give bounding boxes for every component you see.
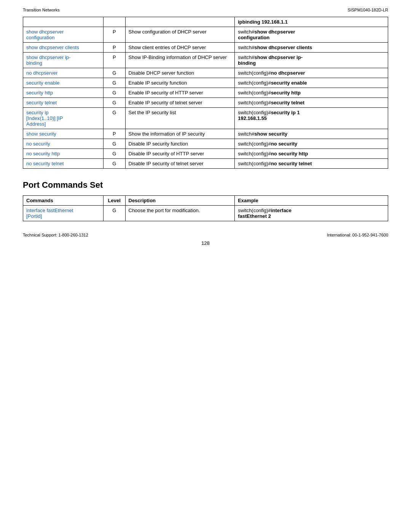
table-row: security telnet G Enable IP security of …: [23, 98, 388, 108]
col-header-level: Level: [103, 196, 125, 206]
cmd-link: no security telnet: [26, 161, 64, 166]
table-header-row: Commands Level Description Example: [23, 196, 388, 206]
table-row: security ip[Index(1..10)] [IPAddress] G …: [23, 108, 388, 129]
cmd-link: show dhcpserver ip-binding: [26, 54, 70, 66]
table-row: no security http G Disable IP security o…: [23, 149, 388, 159]
cmd-link: no security http: [26, 151, 60, 157]
cmd-link: security http: [26, 90, 53, 96]
col-header-example: Example: [235, 196, 388, 206]
header-right: SISPM1040-182D-LR: [348, 8, 388, 12]
example-bold: ipbinding 192.168.1.1: [238, 19, 288, 25]
cmd-link: security telnet: [26, 100, 57, 105]
table-row: show dhcpserver clients P Show client en…: [23, 43, 388, 53]
cmd-link: interface fastEthernet[Portid]: [26, 208, 73, 219]
table-row: ipbinding 192.168.1.1: [23, 17, 388, 27]
table-row: security enable G Enable IP security fun…: [23, 78, 388, 88]
col-header-desc: Description: [125, 196, 235, 206]
table-row: security http G Enable IP security of HT…: [23, 88, 388, 98]
page-footer: Technical Support: 1-800-260-1312 Intern…: [23, 233, 388, 237]
table-row: no security G Disable IP security functi…: [23, 139, 388, 149]
page-footer-area: Technical Support: 1-800-260-1312 Intern…: [23, 233, 388, 246]
table-row: show dhcpserver ip-binding P Show IP-Bin…: [23, 53, 388, 68]
cmd-link: security ip[Index(1..10)] [IPAddress]: [26, 110, 63, 127]
page-number: 128: [23, 240, 388, 246]
page-header: Transition Networks SISPM1040-182D-LR: [23, 8, 388, 12]
table-row: show security P Show the information of …: [23, 129, 388, 139]
cmd-link: show dhcpserver clients: [26, 45, 79, 50]
main-commands-table: ipbinding 192.168.1.1 show dhcpservercon…: [23, 17, 388, 169]
port-section: Port Commands Set Commands Level Descrip…: [23, 180, 388, 221]
col-header-commands: Commands: [23, 196, 104, 206]
table-row: no security telnet G Disable IP security…: [23, 159, 388, 169]
table-row: show dhcpserverconfiguration P Show conf…: [23, 27, 388, 43]
footer-left: Technical Support: 1-800-260-1312: [23, 233, 88, 237]
table-row: no dhcpserver G Disable DHCP server func…: [23, 68, 388, 78]
cmd-link: security enable: [26, 80, 59, 86]
cmd-link: no dhcpserver: [26, 70, 57, 76]
cmd-link: show security: [26, 131, 56, 137]
section-title: Port Commands Set: [23, 180, 388, 190]
port-commands-table: Commands Level Description Example inter…: [23, 195, 388, 221]
cmd-link: show dhcpserverconfiguration: [26, 29, 64, 40]
header-left: Transition Networks: [23, 8, 60, 12]
table-row: interface fastEthernet[Portid] G Choose …: [23, 206, 388, 221]
cmd-link: no security: [26, 141, 50, 147]
footer-right: International: 00-1-952-941-7600: [327, 233, 388, 237]
